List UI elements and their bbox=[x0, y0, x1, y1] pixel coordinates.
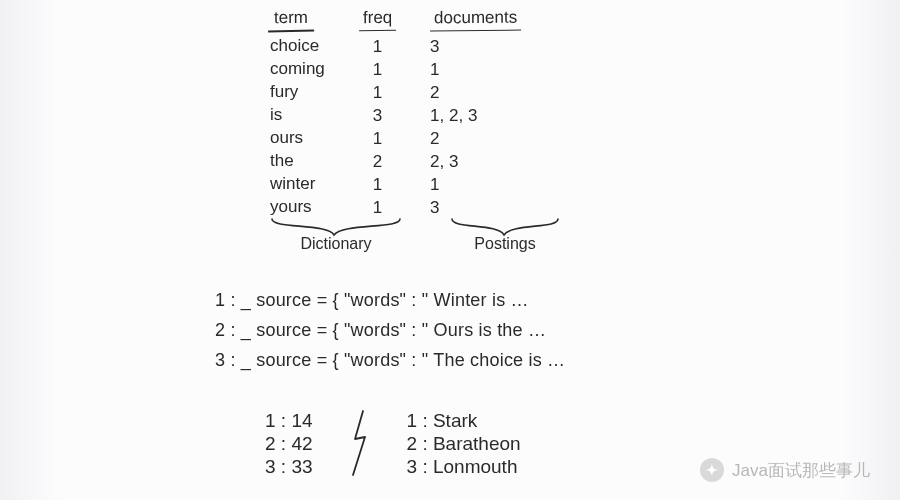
cell-freq: 1 bbox=[373, 35, 382, 58]
brace-row: Dictionary Postings bbox=[270, 217, 790, 253]
brace-label-postings: Postings bbox=[474, 235, 535, 253]
list-item: 3 : 33 bbox=[265, 456, 313, 478]
cell-term: fury bbox=[270, 80, 298, 103]
paper-edge-right bbox=[840, 0, 900, 500]
source-text: 2 : _ source = { "words" : " Ours is the… bbox=[215, 320, 546, 340]
cell-term: choice bbox=[270, 34, 319, 57]
cell-documents: 2 bbox=[430, 127, 439, 150]
cell-term: is bbox=[270, 103, 282, 126]
cell-documents: 2 bbox=[430, 81, 439, 104]
inverted-index-table: term choice coming fury is ours the wint… bbox=[270, 8, 790, 219]
list-item: 2 : 42 bbox=[265, 433, 313, 455]
cell-freq: 3 bbox=[373, 104, 382, 127]
list-item: 1 : Stark bbox=[407, 410, 521, 432]
cell-term: yours bbox=[270, 195, 312, 218]
cell-freq: 1 bbox=[373, 127, 382, 150]
cell-documents: 3 bbox=[430, 196, 439, 219]
source-row: 1 : _ source = { "words" : " Winter is … bbox=[215, 285, 790, 315]
cell-documents: 1 bbox=[430, 58, 439, 81]
watermark: ✦ Java面试那些事儿 bbox=[700, 458, 870, 482]
diagram-sheet: term choice coming fury is ours the wint… bbox=[85, 0, 790, 500]
list-item: 1 : 14 bbox=[265, 410, 313, 432]
cell-documents: 1 bbox=[430, 173, 439, 196]
brace-postings: Postings bbox=[450, 217, 560, 253]
list-item: 2 : Baratheon bbox=[407, 433, 521, 455]
source-row: 3 : _ source = { "words" : " The choice … bbox=[215, 345, 790, 375]
cell-documents: 2, 3 bbox=[430, 150, 458, 173]
source-text: 3 : _ source = { "words" : " The choice … bbox=[215, 350, 565, 370]
brace-label-dictionary: Dictionary bbox=[300, 235, 371, 253]
header-documents: documents bbox=[430, 8, 521, 32]
header-term: term bbox=[270, 8, 312, 30]
cell-freq: 1 bbox=[373, 173, 382, 196]
curly-brace-icon bbox=[450, 217, 560, 237]
source-text: 1 : _ source = { "words" : " Winter is … bbox=[215, 290, 529, 310]
source-documents: 1 : _ source = { "words" : " Winter is …… bbox=[215, 285, 790, 375]
curly-brace-icon bbox=[270, 217, 402, 237]
cell-freq: 1 bbox=[373, 196, 382, 219]
brace-dictionary: Dictionary bbox=[270, 217, 402, 253]
name-list: 1 : Stark 2 : Baratheon 3 : Lonmouth bbox=[407, 410, 521, 478]
cell-term: ours bbox=[270, 126, 303, 149]
source-row: 2 : _ source = { "words" : " Ours is the… bbox=[215, 315, 790, 345]
cell-freq: 2 bbox=[373, 150, 382, 173]
lightning-icon bbox=[347, 409, 373, 479]
watermark-text: Java面试那些事儿 bbox=[732, 459, 870, 482]
column-documents: documents 3 1 2 1, 2, 3 2 2, 3 1 3 bbox=[430, 8, 521, 219]
cell-documents: 3 bbox=[430, 35, 439, 58]
cell-freq: 1 bbox=[373, 58, 382, 81]
cell-term: coming bbox=[270, 57, 325, 80]
list-item: 3 : Lonmouth bbox=[407, 456, 521, 478]
column-term: term choice coming fury is ours the wint… bbox=[270, 8, 325, 219]
header-freq: freq bbox=[359, 8, 396, 31]
numeric-list: 1 : 14 2 : 42 3 : 33 bbox=[265, 410, 313, 478]
wechat-icon: ✦ bbox=[700, 458, 724, 482]
cell-freq: 1 bbox=[373, 81, 382, 104]
cell-term: winter bbox=[270, 172, 315, 195]
column-freq: freq 1 1 1 3 1 2 1 1 bbox=[359, 8, 396, 219]
paper-edge-left bbox=[0, 0, 60, 500]
cell-term: the bbox=[270, 149, 294, 172]
cell-documents: 1, 2, 3 bbox=[430, 104, 477, 127]
